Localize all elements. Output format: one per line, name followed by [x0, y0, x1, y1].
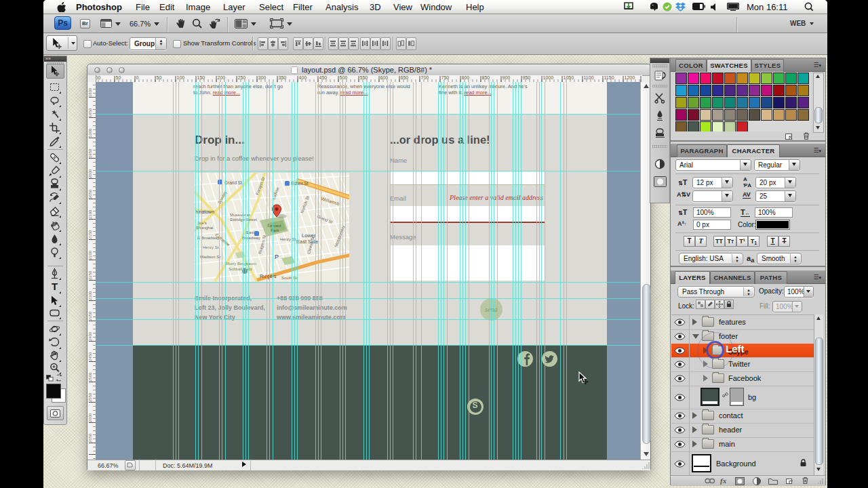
- svg-text:Joe's: Joe's: [197, 221, 207, 225]
- svg-text:Eldridge Street: Eldridge Street: [230, 218, 257, 222]
- svg-text:Madison St: Madison St: [200, 255, 220, 259]
- svg-text:Museum at: Museum at: [230, 213, 250, 217]
- svg-text:Broadway: Broadway: [242, 236, 260, 240]
- svg-text:South St: South St: [281, 276, 297, 280]
- svg-text:Rutgers: Rutgers: [260, 274, 277, 279]
- svg-text:Henry St: Henry St: [280, 237, 296, 241]
- svg-text:Grand St: Grand St: [224, 180, 242, 185]
- svg-text:P: P: [275, 253, 279, 260]
- svg-text:Softball Field: Softball Field: [229, 267, 252, 271]
- svg-text:East Side: East Side: [296, 239, 318, 245]
- svg-text:East: East: [246, 230, 254, 235]
- svg-text:Shanghai: Shanghai: [196, 226, 213, 230]
- svg-text:hinatown: hinatown: [195, 209, 214, 214]
- svg-text:Henry St: Henry St: [203, 245, 219, 249]
- svg-text:Seward: Seward: [267, 224, 281, 228]
- svg-text:Park: Park: [271, 228, 279, 232]
- svg-text:Murry Bergtraum: Murry Bergtraum: [226, 262, 256, 266]
- svg-text:Essex St: Essex St: [291, 181, 309, 186]
